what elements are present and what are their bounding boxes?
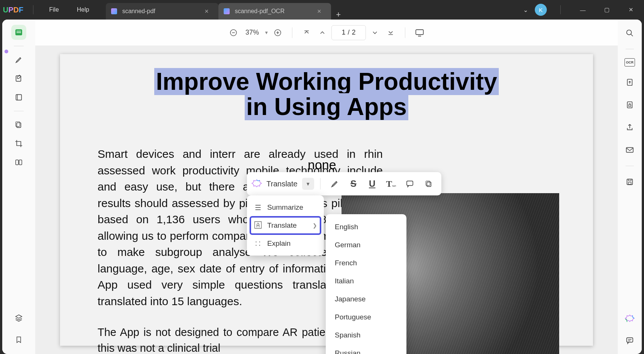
minus-circle-icon [229, 29, 238, 37]
svg-rect-27 [628, 182, 631, 185]
zoom-out-button[interactable] [227, 26, 240, 39]
lang-english[interactable]: English [326, 218, 406, 236]
svg-point-19 [627, 30, 632, 35]
document-viewport[interactable]: Improve Working Productivity in Using Ap… [35, 46, 618, 354]
edit-tool[interactable] [11, 71, 26, 86]
ai-logo-icon [251, 179, 262, 189]
tab-favicon [111, 8, 117, 14]
window-minimize-button[interactable]: — [574, 2, 591, 17]
svg-rect-18 [426, 181, 430, 186]
svg-rect-8 [16, 160, 18, 165]
divider [560, 5, 561, 14]
lang-french[interactable]: French [326, 254, 406, 272]
lang-spanish[interactable]: Spanish [326, 326, 406, 344]
list-icon: ☰ [254, 203, 262, 212]
compare-tool[interactable] [11, 155, 26, 170]
top-toolbar: 37% ▼ 1 / 2 [35, 20, 618, 46]
highlight-tool[interactable] [11, 52, 26, 67]
share-icon [626, 123, 634, 132]
divider [33, 5, 33, 14]
strikethrough-button[interactable]: S [345, 176, 362, 191]
tab-scanned-pdf[interactable]: scanned-pdf × [106, 3, 218, 20]
menu-summarize[interactable]: ☰ Summarize [250, 198, 321, 216]
comment-button[interactable] [402, 176, 418, 191]
squiggly-button[interactable]: T〰 [383, 176, 399, 191]
page-total: 2 [352, 29, 355, 36]
svg-rect-25 [627, 179, 633, 185]
ocr-button[interactable]: OCR [624, 58, 635, 67]
first-page-button[interactable] [300, 26, 313, 39]
right-sidebar: OCR [618, 20, 642, 354]
user-avatar[interactable]: K [535, 4, 547, 16]
svg-line-20 [631, 34, 633, 36]
chevron-bottom-icon [387, 29, 394, 36]
svg-rect-17 [427, 182, 431, 186]
compare-icon [15, 158, 23, 166]
lang-portuguese[interactable]: Portuguese [326, 308, 406, 326]
copy-tool[interactable] [11, 117, 26, 132]
window-maximize-button[interactable]: ▢ [598, 2, 615, 17]
underline-button[interactable]: U [364, 176, 381, 191]
page-sep: / [345, 29, 352, 36]
zoom-value: 37% [242, 29, 262, 36]
layers-icon [15, 314, 23, 322]
chevron-top-icon [303, 29, 310, 36]
app-logo: UPDF [0, 6, 26, 14]
tab-label: scanned-pdf_OCR [235, 8, 285, 15]
bookmark-tool[interactable] [11, 332, 26, 347]
close-tab-icon[interactable]: × [315, 8, 324, 15]
separator [292, 27, 292, 38]
svg-rect-16 [406, 181, 413, 186]
zoom-dropdown[interactable]: ▼ [264, 30, 269, 35]
layers-tool[interactable] [11, 310, 26, 325]
svg-rect-7 [16, 122, 20, 127]
translate-dropdown[interactable]: ▼ [302, 178, 314, 190]
add-tab-button[interactable]: + [331, 10, 346, 20]
search-button[interactable] [623, 26, 636, 40]
highlight-button[interactable] [327, 176, 343, 191]
ai-action-menu: ☰ Summarize 🄰 Translate ❯ ⸬ Explain [247, 195, 324, 256]
ai-assistant-button[interactable] [623, 312, 636, 325]
lang-italian[interactable]: Italian [326, 272, 406, 290]
share-button[interactable] [623, 121, 636, 134]
menu-explain[interactable]: ⸬ Explain [250, 234, 321, 253]
menu-label: Translate [267, 221, 297, 230]
menu-help[interactable]: Help [68, 6, 98, 13]
page-current: 1 [342, 29, 345, 36]
convert-button[interactable] [623, 76, 636, 89]
svg-rect-23 [629, 105, 631, 107]
copy-button[interactable] [420, 176, 437, 191]
separator [626, 49, 634, 49]
page-input[interactable]: 1 / 2 [331, 25, 366, 40]
comments-panel-button[interactable] [623, 334, 636, 347]
close-tab-icon[interactable]: × [202, 8, 211, 15]
protect-button[interactable] [623, 98, 636, 112]
menu-file[interactable]: File [40, 6, 68, 13]
chevron-down-icon[interactable]: ⌄ [523, 6, 528, 14]
svg-rect-2 [17, 32, 21, 33]
reader-tool[interactable] [11, 25, 26, 40]
menu-label: Explain [267, 239, 290, 248]
indicator-dot [5, 50, 8, 53]
email-button[interactable] [623, 143, 636, 157]
pages-tool[interactable] [11, 90, 26, 105]
menu-translate[interactable]: 🄰 Translate ❯ [250, 216, 321, 234]
crop-tool[interactable] [11, 136, 26, 151]
plus-circle-icon [274, 29, 282, 37]
left-sidebar [2, 20, 35, 354]
svg-rect-15 [416, 30, 423, 35]
zoom-in-button[interactable] [271, 26, 284, 39]
lang-german[interactable]: German [326, 236, 406, 254]
stray-word: none [308, 157, 336, 172]
present-button[interactable] [413, 26, 426, 39]
next-page-button[interactable] [368, 26, 382, 39]
bookmark-icon [15, 336, 23, 344]
search-icon [626, 29, 634, 37]
save-button[interactable] [623, 175, 636, 189]
tab-scanned-pdf-ocr[interactable]: scanned-pdf_OCR × [218, 3, 331, 20]
lang-japanese[interactable]: Japanese [326, 290, 406, 308]
lang-russian[interactable]: Russian [326, 344, 406, 354]
prev-page-button[interactable] [316, 26, 329, 39]
last-page-button[interactable] [384, 26, 397, 39]
window-close-button[interactable]: ✕ [622, 2, 639, 17]
